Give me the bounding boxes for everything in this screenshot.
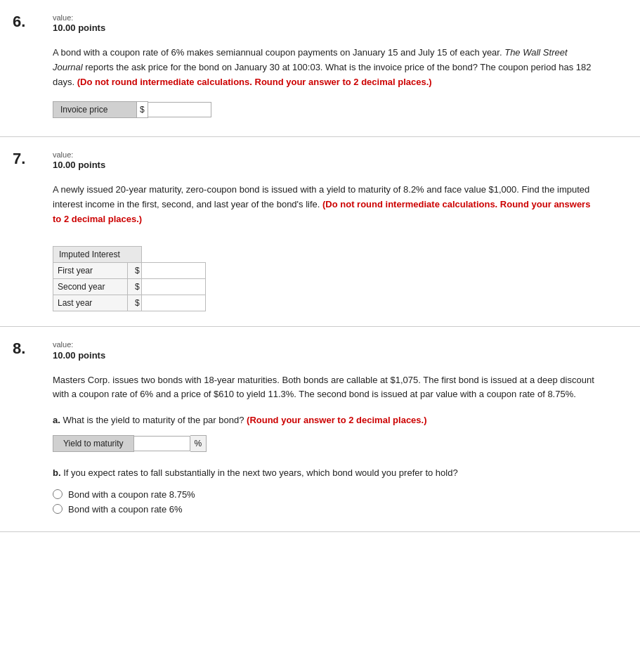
first-year-input-cell — [141, 263, 205, 279]
last-year-input-cell — [141, 295, 205, 311]
table-row-last-year: Last year $ — [53, 295, 206, 311]
yield-maturity-input[interactable] — [134, 436, 190, 451]
second-year-label: Second year — [53, 279, 128, 295]
value-label-6: value: — [53, 13, 598, 22]
sub-b-label: b. — [53, 467, 61, 478]
radio-bond-875[interactable] — [53, 489, 63, 499]
second-year-dollar: $ — [127, 279, 141, 295]
question-number-7: 7. — [13, 150, 25, 168]
value-points-7: 10.00 points — [53, 160, 598, 170]
question-number-8: 8. — [13, 340, 25, 358]
question-text-8: Masters Corp. issues two bonds with 18-y… — [53, 373, 598, 403]
percent-sign: % — [190, 435, 207, 452]
table-row-first-year: First year $ — [53, 263, 206, 279]
sub-question-b: b. If you expect rates to fall substanti… — [53, 466, 598, 481]
last-year-label: Last year — [53, 295, 128, 311]
first-year-label: First year — [53, 263, 128, 279]
first-year-dollar: $ — [127, 263, 141, 279]
invoice-price-label: Invoice price — [53, 101, 137, 118]
value-points-6: 10.00 points — [53, 22, 598, 33]
q8-text-1: Masters Corp. issues two bonds with 18-y… — [53, 375, 594, 400]
question-6-content: value: 10.00 points A bond with a coupon… — [53, 13, 598, 118]
sub-a-text: What is the yield to maturity of the par… — [63, 415, 247, 425]
second-year-input[interactable] — [142, 279, 205, 295]
question-8: 8. value: 10.00 points Masters Corp. iss… — [0, 327, 640, 531]
value-label-7: value: — [53, 150, 598, 160]
yield-to-maturity-row: Yield to maturity % — [53, 435, 598, 452]
question-6: 6. value: 10.00 points A bond with a cou… — [0, 0, 640, 137]
radio-item-875: Bond with a coupon rate 8.75% — [53, 489, 598, 500]
sub-b-text: If you expect rates to fall substantiall… — [63, 467, 457, 478]
yield-maturity-label: Yield to maturity — [53, 435, 134, 452]
imputed-interest-table: Imputed Interest First year $ Second yea… — [53, 246, 206, 311]
question-7: 7. value: 10.00 points A newly issued 20… — [0, 137, 640, 328]
sub-a-label: a. — [53, 415, 60, 425]
table-header: Imputed Interest — [53, 247, 142, 263]
radio-label-875: Bond with a coupon rate 8.75% — [68, 489, 195, 500]
imputed-interest-table-container: Imputed Interest First year $ Second yea… — [53, 246, 206, 311]
question-number-6: 6. — [13, 13, 25, 31]
sub-question-a: a. What is the yield to maturity of the … — [53, 413, 598, 428]
invoice-price-input[interactable] — [148, 102, 211, 117]
question-text-6: A bond with a coupon rate of 6% makes se… — [53, 46, 598, 89]
q6-text-1: A bond with a coupon rate of 6% makes se… — [53, 47, 504, 58]
q6-text-red: (Do not round intermediate calculations.… — [77, 77, 432, 87]
radio-bond-6[interactable] — [53, 504, 63, 514]
question-7-content: value: 10.00 points A newly issued 20-ye… — [53, 150, 598, 314]
question-text-7: A newly issued 20-year maturity, zero-co… — [53, 183, 598, 226]
table-row-second-year: Second year $ — [53, 279, 206, 295]
invoice-price-row: Invoice price $ — [53, 101, 598, 118]
sub-a-red: (Round your answer to 2 decimal places.) — [247, 415, 426, 425]
first-year-input[interactable] — [142, 263, 205, 278]
radio-item-6: Bond with a coupon rate 6% — [53, 504, 598, 515]
value-points-8: 10.00 points — [53, 350, 598, 361]
question-8-content: value: 10.00 points Masters Corp. issues… — [53, 340, 598, 514]
second-year-input-cell — [141, 279, 205, 295]
last-year-dollar: $ — [127, 295, 141, 311]
radio-label-6: Bond with a coupon rate 6% — [68, 504, 183, 515]
invoice-price-dollar: $ — [137, 101, 148, 118]
value-label-8: value: — [53, 340, 598, 349]
last-year-input[interactable] — [142, 295, 205, 311]
radio-group-bond-choice: Bond with a coupon rate 8.75% Bond with … — [53, 489, 598, 515]
